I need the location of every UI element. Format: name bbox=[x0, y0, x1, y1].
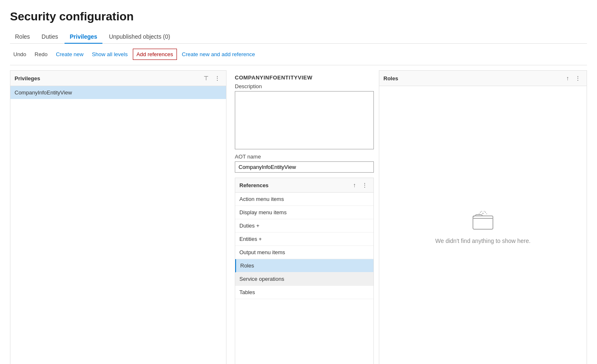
references-header-actions: ↑ ⋮ bbox=[351, 181, 369, 189]
refs-item-entities[interactable]: Entities + bbox=[235, 233, 373, 246]
references-more-icon[interactable]: ⋮ bbox=[360, 181, 369, 189]
privilege-item-companyinfoentityview[interactable]: CompanyInfoEntityView bbox=[10, 86, 226, 99]
privileges-filter-icon[interactable]: ⊤ bbox=[202, 74, 210, 82]
privileges-panel-title: Privileges bbox=[15, 75, 40, 82]
description-label: Description bbox=[235, 83, 374, 89]
roles-panel-actions: ↑ ⋮ bbox=[565, 74, 582, 82]
undo-button[interactable]: Undo bbox=[10, 49, 30, 59]
create-new-button[interactable]: Create new bbox=[52, 49, 87, 59]
svg-point-7 bbox=[484, 211, 485, 212]
references-title: References bbox=[239, 182, 269, 188]
main-layout: Privileges ⊤ ⋮ CompanyInfoEntityView COM… bbox=[10, 70, 587, 364]
roles-empty-message: We didn't find anything to show here. bbox=[435, 238, 531, 244]
privileges-more-icon[interactable]: ⋮ bbox=[213, 74, 222, 82]
references-up-icon[interactable]: ↑ bbox=[351, 181, 358, 189]
refs-item-service-operations[interactable]: Service operations bbox=[235, 272, 373, 286]
svg-point-2 bbox=[480, 212, 481, 213]
detail-title: COMPANYINFOENTITYVIEW bbox=[235, 70, 374, 83]
roles-up-icon[interactable]: ↑ bbox=[565, 74, 571, 82]
tab-unpublished[interactable]: Unpublished objects (0) bbox=[104, 30, 175, 43]
page-title: Security configuration bbox=[10, 10, 587, 23]
tabs-bar: Roles Duties Privileges Unpublished obje… bbox=[10, 30, 587, 44]
refs-item-tables[interactable]: Tables bbox=[235, 286, 373, 299]
svg-point-4 bbox=[479, 213, 480, 214]
references-section: References ↑ ⋮ Action menu items Display… bbox=[235, 178, 374, 364]
svg-point-5 bbox=[486, 213, 487, 214]
references-header: References ↑ ⋮ bbox=[235, 178, 373, 193]
svg-rect-0 bbox=[473, 216, 493, 229]
create-new-add-reference-button[interactable]: Create new and add reference bbox=[179, 49, 259, 59]
roles-more-icon[interactable]: ⋮ bbox=[573, 74, 582, 82]
refs-item-roles[interactable]: Roles bbox=[235, 259, 373, 272]
roles-panel-header: Roles ↑ ⋮ bbox=[379, 71, 587, 86]
toolbar: Undo Redo Create new Show all levels Add… bbox=[10, 44, 587, 65]
aot-name-input[interactable] bbox=[235, 161, 374, 173]
description-input[interactable] bbox=[235, 91, 374, 149]
svg-point-1 bbox=[483, 213, 484, 214]
redo-button[interactable]: Redo bbox=[31, 49, 51, 59]
privileges-panel: Privileges ⊤ ⋮ CompanyInfoEntityView bbox=[10, 70, 226, 364]
privileges-panel-actions: ⊤ ⋮ bbox=[202, 74, 222, 82]
show-all-levels-button[interactable]: Show all levels bbox=[89, 49, 131, 59]
aot-name-label: AOT name bbox=[235, 154, 374, 160]
refs-item-duties[interactable]: Duties + bbox=[235, 219, 373, 233]
empty-folder-icon bbox=[471, 209, 495, 233]
tab-privileges[interactable]: Privileges bbox=[65, 30, 102, 43]
roles-panel-title: Roles bbox=[383, 75, 398, 82]
refs-item-action-menu-items[interactable]: Action menu items bbox=[235, 193, 373, 206]
references-list: Action menu items Display menu items Dut… bbox=[235, 193, 373, 299]
roles-empty-state: We didn't find anything to show here. bbox=[379, 86, 587, 364]
roles-panel: Roles ↑ ⋮ bbox=[379, 70, 587, 364]
add-references-button[interactable]: Add references bbox=[133, 49, 177, 60]
refs-item-display-menu-items[interactable]: Display menu items bbox=[235, 206, 373, 219]
tab-roles[interactable]: Roles bbox=[10, 30, 35, 43]
privileges-panel-header: Privileges ⊤ ⋮ bbox=[10, 71, 226, 86]
tab-duties[interactable]: Duties bbox=[37, 30, 63, 43]
refs-item-output-menu-items[interactable]: Output menu items bbox=[235, 246, 373, 259]
svg-point-3 bbox=[485, 212, 486, 213]
svg-point-6 bbox=[481, 211, 482, 212]
content-area: COMPANYINFOENTITYVIEW Description AOT na… bbox=[230, 70, 379, 364]
